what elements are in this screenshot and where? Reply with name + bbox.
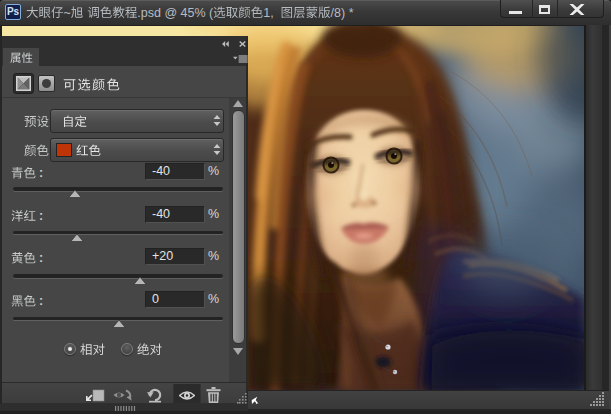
svg-text::: :	[39, 209, 43, 223]
svg-text::: :	[39, 166, 43, 180]
svg-text::: :	[39, 251, 43, 265]
svg-text:.psd @ 45% (: .psd @ 45% (	[137, 6, 214, 20]
svg-text:/8) *: /8) *	[331, 6, 354, 20]
svg-text::: :	[39, 294, 43, 308]
svg-text:1,: 1,	[263, 6, 273, 20]
svg-text:~: ~	[64, 6, 71, 20]
